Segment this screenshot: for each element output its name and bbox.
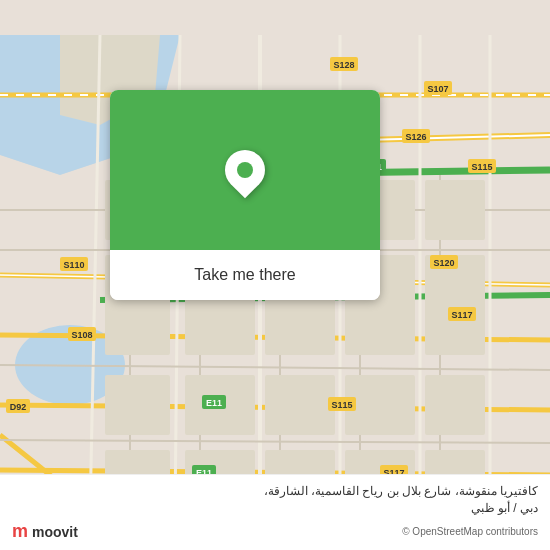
openstreetmap-attribution: © OpenStreetMap contributors bbox=[402, 526, 538, 537]
take-me-there-button[interactable]: Take me there bbox=[194, 266, 295, 284]
svg-text:S117: S117 bbox=[451, 310, 472, 320]
svg-text:S126: S126 bbox=[405, 132, 426, 142]
location-line1: كافتيريا منقوشة، شارع بلال بن رياح القاس… bbox=[264, 484, 538, 498]
bottom-bar: كافتيريا منقوشة، شارع بلال بن رياح القاس… bbox=[0, 474, 550, 550]
moovit-wordmark: moovit bbox=[32, 524, 78, 540]
svg-rect-39 bbox=[425, 255, 485, 355]
map-container: S128 S107 S126 S115 E11 S110 S120 E11 bbox=[0, 0, 550, 550]
moovit-m-icon: m bbox=[12, 521, 28, 542]
attribution-row: m moovit © OpenStreetMap contributors bbox=[12, 521, 538, 542]
location-text: كافتيريا منقوشة، شارع بلال بن رياح القاس… bbox=[12, 483, 538, 517]
location-line2: دبي / أبو ظبي bbox=[471, 501, 538, 515]
svg-text:S107: S107 bbox=[427, 84, 448, 94]
location-card: Take me there bbox=[110, 90, 380, 300]
svg-text:S120: S120 bbox=[433, 258, 454, 268]
svg-text:E11: E11 bbox=[206, 398, 222, 408]
svg-text:S115: S115 bbox=[471, 162, 492, 172]
card-map-area bbox=[110, 90, 380, 250]
moovit-logo: m moovit bbox=[12, 521, 78, 542]
svg-text:D92: D92 bbox=[10, 402, 27, 412]
app: S128 S107 S126 S115 E11 S110 S120 E11 bbox=[0, 0, 550, 550]
card-action-section: Take me there bbox=[110, 250, 380, 300]
svg-rect-40 bbox=[105, 375, 170, 435]
svg-text:S108: S108 bbox=[71, 330, 92, 340]
svg-text:S110: S110 bbox=[63, 260, 84, 270]
svg-rect-42 bbox=[265, 375, 335, 435]
svg-rect-34 bbox=[425, 180, 485, 240]
svg-rect-44 bbox=[425, 375, 485, 435]
svg-text:S128: S128 bbox=[333, 60, 354, 70]
location-pin bbox=[225, 150, 265, 190]
svg-text:S115: S115 bbox=[331, 400, 352, 410]
